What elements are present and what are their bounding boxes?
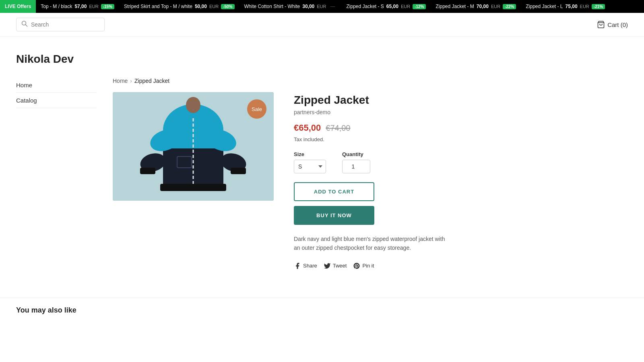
product-description: Dark navy and light blue men's zipped wa…: [294, 234, 447, 253]
share-pinterest-label: Pin it: [362, 263, 374, 269]
ticker-item-currency: EUR: [317, 4, 326, 9]
svg-point-16: [186, 97, 200, 113]
ticker-item-badge: -12%: [413, 4, 426, 9]
ticker-item: Top - M / black57,00EUR-15%: [41, 4, 114, 9]
you-may-also-like-section: You may also like: [0, 298, 644, 315]
ticker-item-name: White Cotton Shirt - White: [244, 4, 300, 9]
options-row: Size S M L XL Quantity: [294, 151, 628, 173]
ticker-item-badge: -50%: [221, 4, 234, 9]
product-price-row: €65,00 €74,00: [294, 123, 628, 133]
ticker-item-name: Zipped Jacket - S: [346, 4, 384, 9]
size-option-group: Size S M L XL: [294, 151, 326, 173]
sidebar-item-home[interactable]: Home: [16, 78, 97, 93]
quantity-input[interactable]: [342, 160, 370, 173]
ticker-item-name: Zipped Jacket - M: [436, 4, 474, 9]
sidebar: Home Catalog: [16, 74, 97, 269]
svg-rect-15: [160, 184, 226, 191]
quantity-option-group: Quantity: [342, 151, 370, 173]
ticker-item-currency: EUR: [401, 4, 410, 9]
twitter-icon: [324, 262, 331, 269]
ticker-label: LIVE Offers: [0, 0, 36, 13]
you-may-also-like-title: You may also like: [16, 306, 628, 315]
ticker-item-name: Zipped Jacket - L: [526, 4, 563, 9]
ticker-item-price: 75,00: [566, 4, 578, 9]
cart-link[interactable]: Cart (0): [597, 21, 628, 29]
ticker-item: Zipped Jacket - M70,00EUR-22%: [436, 4, 516, 9]
sale-badge: Sale: [247, 99, 266, 119]
size-select[interactable]: S M L XL: [294, 160, 326, 173]
breadcrumb-separator: ›: [130, 78, 132, 84]
search-icon: [21, 21, 28, 29]
quantity-label: Quantity: [342, 151, 370, 157]
ticker-item: White Cotton Shirt - White30,00EUR—: [244, 4, 337, 9]
store-title: Nikola Dev: [16, 53, 628, 66]
breadcrumb-home[interactable]: Home: [113, 78, 128, 84]
svg-rect-14: [231, 168, 246, 174]
search-wrapper[interactable]: [16, 18, 105, 31]
product-image-wrapper: Sale: [113, 92, 274, 269]
share-facebook-label: Share: [303, 263, 317, 269]
ticker-item-currency: EUR: [209, 4, 219, 9]
ticker-items: Top - M / black57,00EUR-15%Striped Skirt…: [41, 4, 605, 9]
sidebar-nav: Home Catalog: [16, 78, 97, 108]
product-name: Zipped Jacket: [294, 94, 628, 107]
ticker-item-name: Striped Skirt and Top - M / white: [124, 4, 192, 9]
ticker-item-badge: -21%: [592, 4, 605, 9]
cart-label: Cart (0): [607, 21, 628, 28]
svg-rect-13: [140, 168, 155, 174]
store-title-section: Nikola Dev: [0, 37, 644, 74]
ticker-item: Zipped Jacket - L75,00EUR-21%: [526, 4, 605, 9]
social-share: Share Tweet Pin it: [294, 262, 628, 269]
svg-line-1: [26, 25, 27, 27]
ticker-separator: —: [330, 4, 335, 9]
ticker-item: Striped Skirt and Top - M / white50,00EU…: [124, 4, 234, 9]
ticker-item-price: 50,00: [195, 4, 207, 9]
pinterest-icon: [353, 262, 360, 269]
ticker-bar: LIVE Offers Top - M / black57,00EUR-15%S…: [0, 0, 644, 13]
share-twitter[interactable]: Tweet: [324, 262, 347, 269]
product-area: Home › Zipped Jacket Sale: [113, 74, 628, 269]
ticker-item-currency: EUR: [89, 4, 98, 9]
product-info: Zipped Jacket partners-demo €65,00 €74,0…: [294, 92, 628, 269]
cart-icon: [597, 21, 605, 29]
size-label: Size: [294, 151, 326, 157]
product-vendor: partners-demo: [294, 109, 628, 115]
product-detail: Sale: [113, 92, 628, 269]
price-original: €74,00: [326, 123, 350, 133]
ticker-item-price: 30,00: [302, 4, 314, 9]
ticker-item-badge: -22%: [503, 4, 516, 9]
ticker-item-name: Top - M / black: [41, 4, 72, 9]
share-pinterest[interactable]: Pin it: [353, 262, 374, 269]
share-twitter-label: Tweet: [333, 263, 347, 269]
sidebar-item-catalog[interactable]: Catalog: [16, 93, 97, 108]
ticker-item-currency: EUR: [491, 4, 500, 9]
header: Cart (0): [0, 13, 644, 37]
buy-it-now-button[interactable]: BUY IT NOW: [294, 206, 374, 225]
main-content: Home Catalog Home › Zipped Jacket Sale: [0, 74, 644, 294]
ticker-item-currency: EUR: [580, 4, 589, 9]
ticker-item-badge: -15%: [101, 4, 114, 9]
facebook-icon: [294, 262, 301, 269]
add-to-cart-button[interactable]: ADD TO CART: [294, 182, 374, 201]
search-input[interactable]: [31, 21, 99, 28]
ticker-item-price: 57,00: [74, 4, 87, 9]
breadcrumb-current: Zipped Jacket: [134, 78, 169, 84]
price-sale: €65,00: [294, 123, 321, 133]
breadcrumb: Home › Zipped Jacket: [113, 78, 628, 84]
share-facebook[interactable]: Share: [294, 262, 317, 269]
ticker-item-price: 65,00: [386, 4, 398, 9]
ticker-item: Zipped Jacket - S65,00EUR-12%: [346, 4, 426, 9]
tax-info: Tax included.: [294, 136, 628, 142]
ticker-item-price: 70,00: [477, 4, 489, 9]
